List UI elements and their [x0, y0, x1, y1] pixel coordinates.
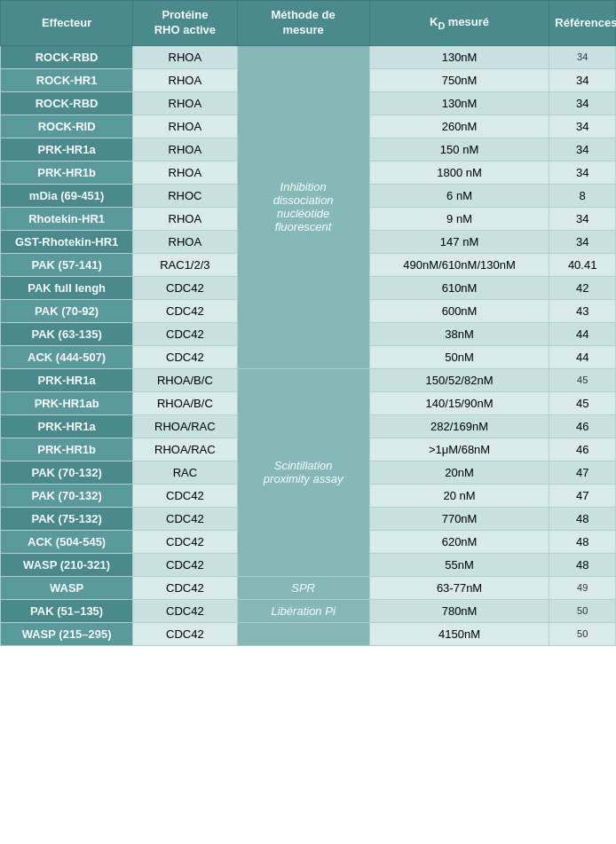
kd-cell: 4150nM — [369, 622, 549, 645]
kd-cell: 140/15/90nM — [369, 391, 549, 414]
reference-cell: 42 — [549, 276, 616, 299]
reference-cell: 34 — [549, 45, 616, 68]
proteine-cell: RHOA — [133, 114, 237, 138]
effecteur-cell: ROCK-RBD — [1, 45, 133, 68]
proteine-cell: CDC42 — [133, 322, 237, 345]
effecteur-cell: PRK-HR1a — [1, 414, 133, 438]
effecteur-cell: ACK (504-545) — [1, 530, 133, 553]
reference-cell: 40.41 — [549, 253, 616, 276]
effecteur-cell: PAK (70-132) — [1, 461, 133, 484]
kd-cell: >1μM/68nM — [369, 438, 549, 461]
kd-cell: 620nM — [369, 530, 549, 553]
methode-cell-single: SPR — [237, 576, 369, 599]
reference-cell: 45 — [549, 391, 616, 414]
proteine-cell: RHOA/B/C — [133, 368, 237, 391]
effecteur-cell: GST-Rhotekin-HR1 — [1, 230, 133, 253]
reference-cell: 8 — [549, 184, 616, 207]
proteine-cell: CDC42 — [133, 507, 237, 530]
table-row: PRK-HR1aRHOA/B/CScintillation proximity … — [1, 368, 616, 391]
kd-cell: 130nM — [369, 45, 549, 68]
reference-cell: 48 — [549, 530, 616, 553]
proteine-cell: RHOA — [133, 91, 237, 114]
reference-cell: 44 — [549, 345, 616, 368]
reference-cell: 48 — [549, 553, 616, 576]
effecteur-cell: PAK (70-92) — [1, 299, 133, 322]
proteine-cell: CDC42 — [133, 553, 237, 576]
effecteur-cell: ROCK-HR1 — [1, 68, 133, 91]
reference-cell: 34 — [549, 68, 616, 91]
effecteur-cell: ROCK-RID — [1, 114, 133, 138]
proteine-cell: CDC42 — [133, 299, 237, 322]
effecteur-cell: mDia (69-451) — [1, 184, 133, 207]
proteine-cell: RHOA — [133, 230, 237, 253]
effecteur-cell: ROCK-RBD — [1, 91, 133, 114]
proteine-cell: CDC42 — [133, 530, 237, 553]
header-kd: KD mesuré — [369, 1, 549, 46]
reference-cell: 48 — [549, 507, 616, 530]
kd-cell: 770nM — [369, 507, 549, 530]
effecteur-cell: PRK-HR1b — [1, 161, 133, 184]
reference-cell: 50 — [549, 622, 616, 645]
kd-cell: 260nM — [369, 114, 549, 138]
kd-cell: 130nM — [369, 91, 549, 114]
proteine-cell: CDC42 — [133, 576, 237, 599]
kd-cell: 150 nM — [369, 138, 549, 161]
proteine-cell: CDC42 — [133, 276, 237, 299]
reference-cell: 44 — [549, 322, 616, 345]
kd-cell: 38nM — [369, 322, 549, 345]
header-references: Références — [549, 1, 616, 46]
reference-cell: 47 — [549, 461, 616, 484]
methode-cell-group1: Inhibition dissociation nucléotide fluor… — [237, 45, 369, 368]
effecteur-cell: PAK full lengh — [1, 276, 133, 299]
proteine-cell: RHOA — [133, 161, 237, 184]
reference-cell: 34 — [549, 207, 616, 230]
table-row: WASPCDC42SPR63-77nM49 — [1, 576, 616, 599]
effecteur-cell: Rhotekin-HR1 — [1, 207, 133, 230]
reference-cell: 49 — [549, 576, 616, 599]
proteine-cell: RHOA/B/C — [133, 391, 237, 414]
methode-cell-single — [237, 622, 369, 645]
effecteur-cell: WASP (210-321) — [1, 553, 133, 576]
reference-cell: 46 — [549, 438, 616, 461]
proteine-cell: CDC42 — [133, 622, 237, 645]
kd-cell: 750nM — [369, 68, 549, 91]
proteine-cell: RHOA/RAC — [133, 438, 237, 461]
kd-cell: 1800 nM — [369, 161, 549, 184]
proteine-cell: RHOA — [133, 45, 237, 68]
reference-cell: 43 — [549, 299, 616, 322]
proteine-cell: CDC42 — [133, 599, 237, 622]
table-row: WASP (215–295)CDC424150nM50 — [1, 622, 616, 645]
reference-cell: 34 — [549, 91, 616, 114]
kd-cell: 490nM/610nM/130nM — [369, 253, 549, 276]
methode-cell-single: Libération Pi — [237, 599, 369, 622]
proteine-cell: RHOA — [133, 68, 237, 91]
effecteur-cell: PRK-HR1a — [1, 368, 133, 391]
proteine-cell: RAC — [133, 461, 237, 484]
table-row: ROCK-RBDRHOAInhibition dissociation nucl… — [1, 45, 616, 68]
kd-cell: 20 nM — [369, 484, 549, 507]
reference-cell: 34 — [549, 114, 616, 138]
header-effecteur: Effecteur — [1, 1, 133, 46]
effecteur-cell: PRK-HR1ab — [1, 391, 133, 414]
reference-cell: 34 — [549, 230, 616, 253]
kd-cell: 600nM — [369, 299, 549, 322]
kd-cell: 50nM — [369, 345, 549, 368]
header-methode: Méthode demesure — [237, 1, 369, 46]
effecteur-cell: WASP (215–295) — [1, 622, 133, 645]
reference-cell: 34 — [549, 138, 616, 161]
reference-cell: 50 — [549, 599, 616, 622]
kd-cell: 610nM — [369, 276, 549, 299]
effecteur-cell: PAK (51–135) — [1, 599, 133, 622]
header-proteine: ProtéineRHO active — [133, 1, 237, 46]
kd-cell: 9 nM — [369, 207, 549, 230]
kd-cell: 63-77nM — [369, 576, 549, 599]
effecteur-cell: PAK (75-132) — [1, 507, 133, 530]
proteine-cell: RAC1/2/3 — [133, 253, 237, 276]
kd-cell: 20nM — [369, 461, 549, 484]
methode-cell-group2: Scintillation proximity assay — [237, 368, 369, 576]
proteine-cell: CDC42 — [133, 345, 237, 368]
proteine-cell: RHOA/RAC — [133, 414, 237, 438]
table-header-row: Effecteur ProtéineRHO active Méthode dem… — [1, 1, 616, 46]
kd-cell: 282/169nM — [369, 414, 549, 438]
effecteur-cell: WASP — [1, 576, 133, 599]
